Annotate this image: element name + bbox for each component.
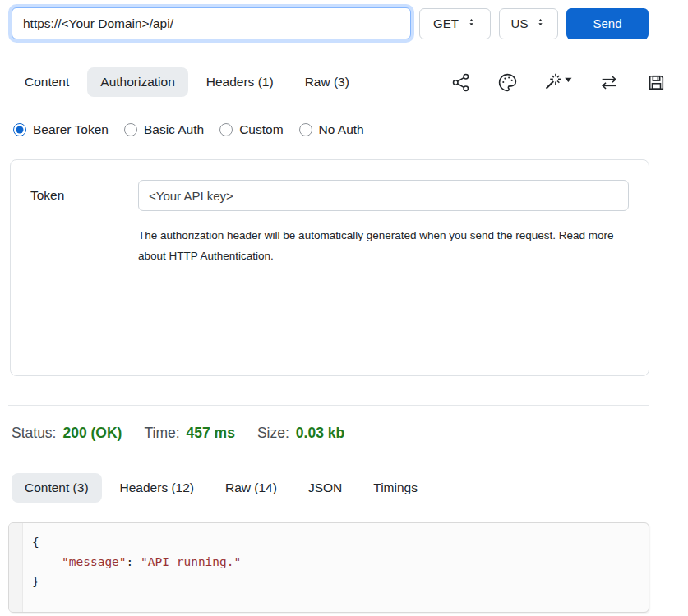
json-colon: : <box>127 555 141 568</box>
request-tabs-row: Content Authorization Headers (1) Raw (3… <box>12 67 676 97</box>
size-label: Size: <box>257 425 289 442</box>
save-icon[interactable] <box>646 72 667 93</box>
page-right-divider <box>676 0 676 616</box>
token-field-label: Token <box>30 188 138 203</box>
radio-unchecked-icon <box>124 123 137 136</box>
response-tab-raw[interactable]: Raw (14) <box>212 473 290 503</box>
magic-wand-dropdown-icon[interactable] <box>544 72 572 93</box>
palette-icon[interactable] <box>497 72 518 93</box>
json-message-line: "message": "API running." <box>32 552 241 572</box>
method-select[interactable]: GET <box>419 8 491 39</box>
auth-option-no-auth[interactable]: No Auth <box>299 122 364 137</box>
auth-option-bearer-token[interactable]: Bearer Token <box>13 122 109 137</box>
time-label: Time: <box>144 425 179 442</box>
json-open-brace: { <box>32 532 241 552</box>
method-select-value: GET <box>433 16 459 30</box>
response-tab-headers[interactable]: Headers (12) <box>107 473 207 503</box>
request-toolbar <box>450 72 667 93</box>
share-icon[interactable] <box>450 72 471 93</box>
token-help-text: The authorization header will be automat… <box>138 225 621 266</box>
radio-unchecked-icon <box>219 123 233 136</box>
bearer-token-panel: Token The authorization header will be a… <box>10 159 649 376</box>
status-value: 200 (OK) <box>62 425 122 442</box>
request-bar: GET US Send <box>0 0 688 39</box>
request-tabs: Content Authorization Headers (1) Raw (3… <box>12 67 362 97</box>
json-close-brace: } <box>32 572 241 591</box>
time-value: 457 ms <box>187 425 235 442</box>
response-size: Size: 0.03 kb <box>257 425 344 442</box>
token-field-row: Token <box>30 180 629 211</box>
response-status: Status: 200 (OK) <box>12 425 122 442</box>
auth-option-label: Basic Auth <box>144 122 204 137</box>
json-value: "API running." <box>141 555 241 568</box>
url-input[interactable] <box>12 7 411 39</box>
size-value: 0.03 kb <box>296 425 344 442</box>
response-tab-json[interactable]: JSON <box>295 473 355 503</box>
status-label: Status: <box>12 425 56 442</box>
auth-type-options: Bearer Token Basic Auth Custom No Auth <box>13 122 688 137</box>
auth-option-basic-auth[interactable]: Basic Auth <box>124 122 204 137</box>
auth-option-label: Custom <box>239 122 283 137</box>
json-key: "message" <box>62 555 127 568</box>
tab-raw[interactable]: Raw (3) <box>292 67 362 97</box>
token-input[interactable] <box>138 180 629 211</box>
response-summary: Status: 200 (OK) Time: 457 ms Size: 0.03… <box>12 425 688 442</box>
radio-checked-icon <box>13 123 26 136</box>
radio-unchecked-icon <box>299 123 312 136</box>
auth-option-label: No Auth <box>319 122 364 137</box>
tab-headers[interactable]: Headers (1) <box>193 67 287 97</box>
response-json: { "message": "API running." } <box>23 523 241 612</box>
swap-arrows-icon[interactable] <box>598 72 620 93</box>
auth-option-custom[interactable]: Custom <box>219 122 283 137</box>
response-tabs: Content (3) Headers (12) Raw (14) JSON T… <box>12 473 676 503</box>
response-tab-content[interactable]: Content (3) <box>12 473 102 503</box>
chevron-expand-icon <box>466 16 477 30</box>
region-select-value: US <box>511 16 529 30</box>
auth-option-label: Bearer Token <box>33 122 109 137</box>
tab-authorization[interactable]: Authorization <box>87 67 187 97</box>
section-divider <box>8 405 649 406</box>
send-button[interactable]: Send <box>566 8 649 39</box>
response-time: Time: 457 ms <box>144 425 234 442</box>
response-body-block: { "message": "API running." } <box>8 522 649 613</box>
response-tab-timings[interactable]: Timings <box>360 473 431 503</box>
chevron-expand-icon <box>535 16 546 30</box>
api-client-page: GET US Send Content Authorization Header… <box>0 0 688 616</box>
code-gutter <box>9 523 23 612</box>
region-select[interactable]: US <box>499 8 558 39</box>
tab-content[interactable]: Content <box>12 67 82 97</box>
